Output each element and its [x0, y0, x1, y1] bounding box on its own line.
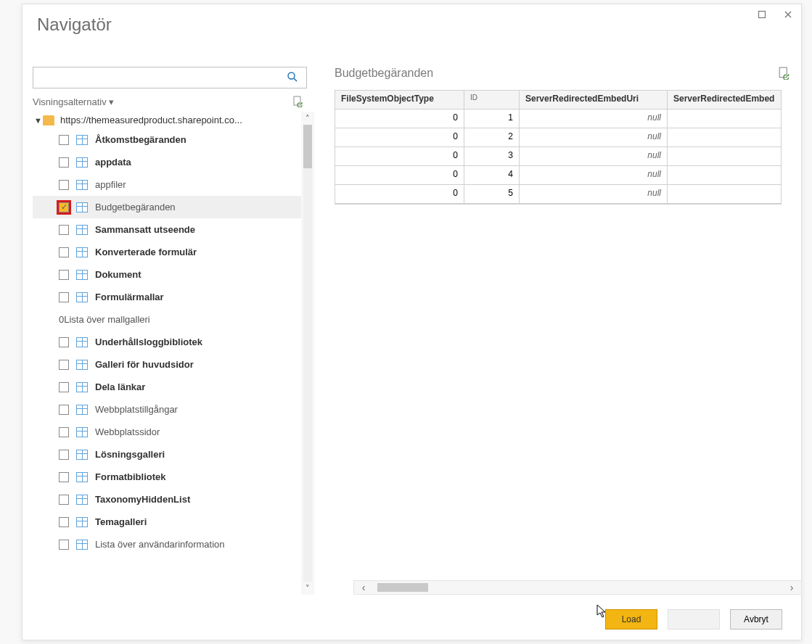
- maximize-button[interactable]: [749, 4, 775, 25]
- tree-item[interactable]: TaxonomyHiddenList: [33, 488, 301, 511]
- grid-cell: 0: [335, 110, 464, 128]
- tree-item-checkbox[interactable]: [59, 540, 69, 550]
- tree-item[interactable]: appdata: [33, 151, 301, 173]
- search-icon[interactable]: [287, 71, 298, 83]
- table-icon: [76, 405, 88, 415]
- tree-item-label: Webbplatssidor: [95, 426, 301, 437]
- tree-item-checkbox[interactable]: [59, 337, 69, 347]
- tree-item-checkbox[interactable]: [59, 405, 69, 415]
- tree-item[interactable]: Dokument: [33, 263, 301, 286]
- tree-item-checkbox[interactable]: [59, 495, 69, 505]
- grid-header-row: FileSystemObjectType ID ServerRedirected…: [335, 91, 781, 110]
- scroll-track[interactable]: [303, 125, 312, 582]
- tree-item[interactable]: Temagalleri: [33, 511, 301, 533]
- tree-item-label: Webbplatstillgångar: [95, 404, 301, 415]
- col-header[interactable]: FileSystemObjectType: [335, 91, 464, 110]
- collapse-caret-icon[interactable]: ▼: [34, 116, 43, 125]
- grid-row[interactable]: 03null: [335, 147, 781, 166]
- cancel-button[interactable]: Avbryt: [730, 609, 782, 629]
- tree-item[interactable]: appfiler: [33, 173, 301, 196]
- load-button[interactable]: Load: [605, 609, 657, 629]
- grid-row[interactable]: 01null: [335, 110, 781, 128]
- tree-item[interactable]: Webbplatssidor: [33, 421, 301, 443]
- col-header[interactable]: ServerRedirectedEmbedUri: [520, 91, 668, 110]
- grid-row[interactable]: 04null: [335, 166, 781, 185]
- tree-item[interactable]: Formulärmallar: [33, 286, 301, 308]
- preview-refresh-icon[interactable]: [778, 67, 791, 80]
- tree-item-label: Sammansatt utseende: [95, 224, 301, 235]
- table-icon: [76, 180, 88, 190]
- grid-cell: 0: [335, 128, 464, 147]
- tree-item[interactable]: Konverterade formulär: [33, 241, 301, 263]
- scroll-down-icon[interactable]: ˅: [301, 582, 314, 595]
- tree-item-label: Temagalleri: [95, 516, 301, 527]
- hscroll-track[interactable]: [373, 583, 782, 592]
- hscroll-thumb[interactable]: [377, 583, 428, 592]
- tree-item-checkbox[interactable]: [59, 360, 69, 370]
- grid-cell: 0: [335, 185, 464, 204]
- scroll-thumb[interactable]: [303, 125, 312, 168]
- refresh-icon[interactable]: [292, 96, 304, 107]
- grid-cell: [668, 128, 781, 147]
- tree-item[interactable]: Formatbibliotek: [33, 466, 301, 488]
- tree-item-checkbox[interactable]: [59, 247, 69, 257]
- preview-header: Budgetbegäranden: [335, 67, 794, 90]
- tree-root[interactable]: ▼ https://themeasuredproduct.sharepoint.…: [33, 112, 301, 128]
- search-input[interactable]: [33, 67, 307, 88]
- tree-item-label: Lista över användarinformation: [95, 539, 301, 550]
- grid-row[interactable]: 02null: [335, 128, 781, 147]
- scroll-left-icon[interactable]: ‹: [354, 582, 373, 593]
- tree-item-checkbox[interactable]: [59, 292, 69, 302]
- grid-cell: 5: [464, 185, 520, 204]
- tree-scroll-area[interactable]: ▼ https://themeasuredproduct.sharepoint.…: [33, 112, 314, 595]
- tree-item-checkbox[interactable]: [59, 427, 69, 437]
- tree-item-label: TaxonomyHiddenList: [95, 494, 301, 505]
- tree-item-checkbox[interactable]: [59, 180, 69, 190]
- tree-item[interactable]: Dela länkar: [33, 376, 301, 398]
- tree-item-label: Underhållsloggbibliotek: [95, 337, 301, 347]
- tree-item[interactable]: Webbplatstillgångar: [33, 398, 301, 421]
- table-icon: [76, 450, 88, 460]
- col-header[interactable]: ID: [464, 91, 520, 110]
- close-button[interactable]: [775, 4, 801, 25]
- col-header[interactable]: ServerRedirectedEmbed: [668, 91, 781, 110]
- tree-item-checkbox[interactable]: ✓: [59, 202, 69, 212]
- tree-item[interactable]: ✓Budgetbegäranden: [33, 196, 301, 218]
- grid-cell: [668, 110, 781, 128]
- tree-item-checkbox[interactable]: [59, 225, 69, 235]
- scroll-right-icon[interactable]: ›: [782, 582, 801, 593]
- scroll-up-icon[interactable]: ˄: [301, 112, 314, 125]
- tree-item[interactable]: Galleri för huvudsidor: [33, 353, 301, 376]
- grid-cell: 0: [335, 147, 464, 166]
- tree-item-label: Formatbibliotek: [95, 471, 301, 482]
- tree-item[interactable]: Lösningsgalleri: [33, 443, 301, 466]
- svg-line-2: [294, 78, 297, 81]
- view-options-dropdown[interactable]: Visningsalternativ ▾: [33, 96, 114, 107]
- tree-item-label: Dokument: [95, 269, 301, 280]
- tree-item-checkbox[interactable]: [59, 450, 69, 460]
- grid-cell: [668, 166, 781, 185]
- preview-horizontal-scrollbar[interactable]: ‹ ›: [353, 580, 802, 595]
- tree-item-checkbox[interactable]: [59, 135, 69, 145]
- tree-item-checkbox[interactable]: [59, 382, 69, 392]
- tree-item[interactable]: Underhållsloggbibliotek: [33, 331, 301, 353]
- tree-item-label: appfiler: [95, 179, 301, 190]
- tree-item-checkbox[interactable]: [59, 517, 69, 527]
- tree-item-checkbox[interactable]: [59, 270, 69, 280]
- tree-item[interactable]: Lista över användarinformation: [33, 533, 301, 556]
- tree-item[interactable]: Åtkomstbegäranden: [33, 128, 301, 151]
- tree-item[interactable]: Sammansatt utseende: [33, 218, 301, 241]
- grid-row[interactable]: 05null: [335, 185, 781, 204]
- grid-cell: null: [520, 147, 668, 166]
- view-options-row: Visningsalternativ ▾: [33, 94, 307, 112]
- tree-item-label: Åtkomstbegäranden: [95, 134, 301, 145]
- svg-point-1: [288, 73, 295, 79]
- tree-vertical-scrollbar[interactable]: ˄ ˅: [301, 112, 314, 595]
- tree-item-checkbox[interactable]: [59, 157, 69, 168]
- dialog-title: Navigatör: [22, 4, 801, 39]
- grid-cell: 2: [464, 128, 520, 147]
- grid-cell: null: [520, 128, 668, 147]
- tree-item[interactable]: 0Lista över mallgalleri: [33, 308, 301, 331]
- tree-item-checkbox[interactable]: [59, 472, 69, 482]
- table-icon: [76, 472, 88, 482]
